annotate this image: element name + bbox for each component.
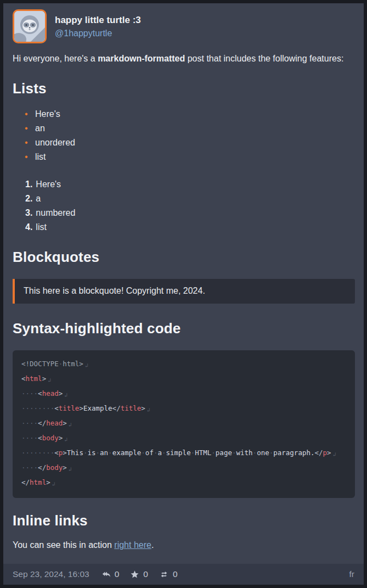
list-item: 1.Here's xyxy=(25,177,355,192)
code-line: ········<title>Example</title>↲ xyxy=(21,404,150,412)
intro-text: Hi everyone, here's a xyxy=(13,54,98,63)
boost-count: 0 xyxy=(173,569,178,579)
boost-icon xyxy=(159,570,169,579)
display-name: happy little turtle :3 xyxy=(55,15,141,26)
lists-heading: Lists xyxy=(13,80,355,97)
post-card: happy little turtle :3 @1happyturtle Hi … xyxy=(0,0,367,588)
post-header: happy little turtle :3 @1happyturtle xyxy=(13,9,355,43)
code-line: <html>↲ xyxy=(21,374,51,383)
code-line: <!DOCTYPE·html>↲ xyxy=(21,360,88,368)
ordered-list: 1.Here's2.a3.numbered4.list xyxy=(13,177,355,234)
post-content: happy little turtle :3 @1happyturtle Hi … xyxy=(3,3,364,564)
intro-text-after: post that includes the following feature… xyxy=(185,54,343,63)
intro-bold-text: markdown-formatted xyxy=(98,54,185,63)
reply-count: 0 xyxy=(115,569,120,579)
favourite-button[interactable]: 0 xyxy=(130,569,148,579)
boost-button[interactable]: 0 xyxy=(159,569,178,579)
code-line: ····<head>↲ xyxy=(21,389,67,397)
reply-button[interactable]: 0 xyxy=(101,569,120,579)
list-item: unordered xyxy=(25,136,355,150)
unordered-list: Here'sanunorderedlist xyxy=(13,107,355,164)
star-icon xyxy=(130,570,139,579)
sloth-avatar-image xyxy=(14,11,45,42)
list-item: 3.numbered xyxy=(25,206,355,220)
code-line: ····<body>↲ xyxy=(21,434,67,442)
blockquotes-heading: Blockquotes xyxy=(13,249,355,266)
code-line: </html>↲ xyxy=(21,478,55,486)
favourite-count: 0 xyxy=(143,569,148,579)
language-tag: fr xyxy=(349,569,354,579)
code-line: ····</body>↲ xyxy=(21,463,72,472)
code-block: <!DOCTYPE·html>↲ <html>↲ ····<head>↲ ···… xyxy=(13,350,355,498)
links-paragraph: You can see this in action right here. xyxy=(13,538,355,552)
list-item: 2.a xyxy=(25,192,355,206)
blockquote-text: This here is a blockquote! Copyright me,… xyxy=(24,285,346,297)
author-handle[interactable]: @1happyturtle xyxy=(55,29,141,38)
list-item: an xyxy=(25,121,355,136)
intro-paragraph: Hi everyone, here's a markdown-formatted… xyxy=(13,52,355,66)
code-line: ····</head>↲ xyxy=(21,419,72,427)
post-footer: Sep 23, 2024, 16:03 0 0 0 fr xyxy=(3,564,364,585)
links-text: You can see this in action xyxy=(13,540,114,550)
links-text-after: . xyxy=(151,540,154,550)
blockquote: This here is a blockquote! Copyright me,… xyxy=(13,279,355,304)
right-here-link[interactable]: right here xyxy=(114,540,151,550)
list-item: list xyxy=(25,150,355,164)
avatar[interactable] xyxy=(13,9,47,43)
list-item: 4.list xyxy=(25,220,355,234)
inline-links-heading: Inline links xyxy=(13,512,355,529)
reply-all-icon xyxy=(101,570,111,579)
author-names: happy little turtle :3 @1happyturtle xyxy=(55,9,141,43)
code-heading: Syntax-highlighted code xyxy=(13,320,355,337)
list-item: Here's xyxy=(25,107,355,121)
code-line: ········<p>This·is·an·example·of·a·simpl… xyxy=(21,449,336,457)
timestamp: Sep 23, 2024, 16:03 xyxy=(13,569,89,579)
